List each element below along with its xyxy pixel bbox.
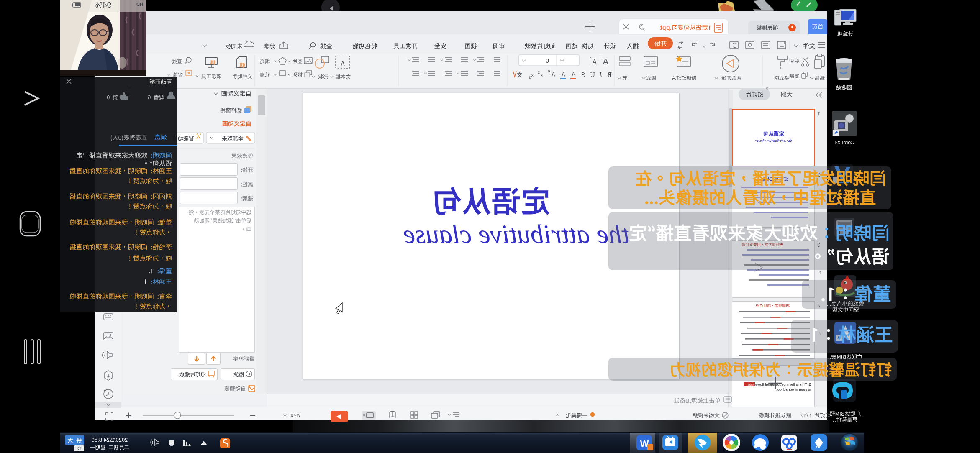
svg-text:HD: HD [136, 2, 143, 7]
svg-text:Corel X4: Corel X4 [834, 140, 855, 146]
svg-text:94%: 94% [95, 0, 111, 9]
